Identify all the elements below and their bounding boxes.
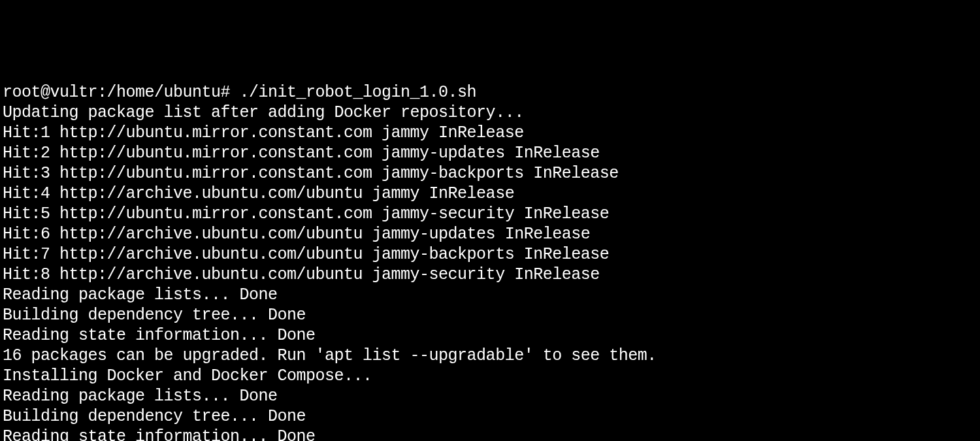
terminal-window[interactable]: root@vultr:/home/ubuntu# ./init_robot_lo… [3, 82, 977, 441]
terminal-line: Reading state information... Done [3, 427, 977, 441]
terminal-line: Building dependency tree... Done [3, 406, 977, 427]
terminal-line: Reading package lists... Done [3, 285, 977, 305]
terminal-line: Reading state information... Done [3, 325, 977, 346]
terminal-line: Installing Docker and Docker Compose... [3, 366, 977, 386]
terminal-line: Hit:7 http://archive.ubuntu.com/ubuntu j… [3, 244, 977, 265]
terminal-line: Building dependency tree... Done [3, 305, 977, 325]
terminal-line: Hit:3 http://ubuntu.mirror.constant.com … [3, 163, 977, 184]
terminal-line: Hit:8 http://archive.ubuntu.com/ubuntu j… [3, 265, 977, 285]
terminal-line: Hit:2 http://ubuntu.mirror.constant.com … [3, 143, 977, 163]
terminal-line: Hit:5 http://ubuntu.mirror.constant.com … [3, 204, 977, 224]
terminal-line: Updating package list after adding Docke… [3, 103, 977, 123]
terminal-line: Hit:6 http://archive.ubuntu.com/ubuntu j… [3, 224, 977, 244]
terminal-line: Reading package lists... Done [3, 386, 977, 406]
terminal-line: Hit:4 http://archive.ubuntu.com/ubuntu j… [3, 184, 977, 204]
terminal-line: root@vultr:/home/ubuntu# ./init_robot_lo… [3, 82, 977, 103]
terminal-line: Hit:1 http://ubuntu.mirror.constant.com … [3, 123, 977, 143]
terminal-line: 16 packages can be upgraded. Run 'apt li… [3, 346, 977, 366]
